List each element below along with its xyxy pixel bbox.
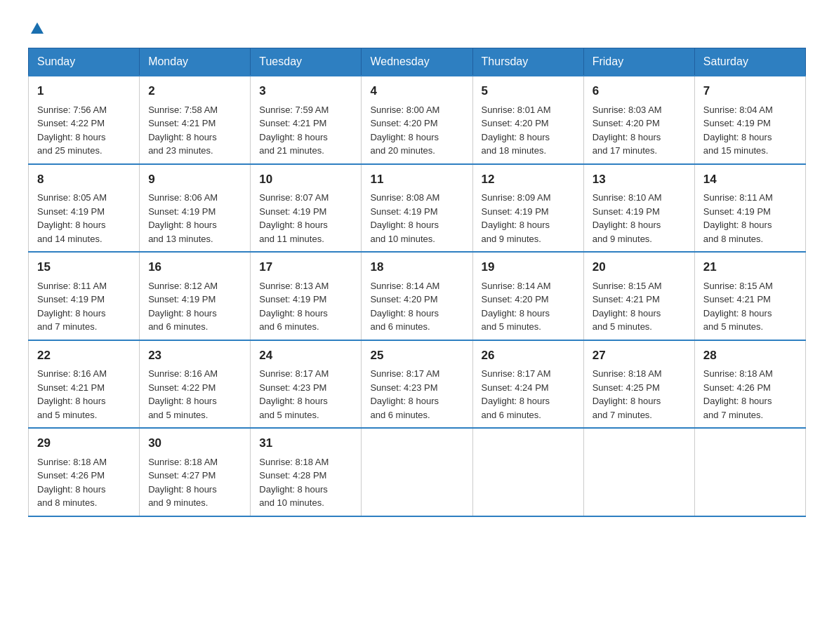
sunset-label: Sunset: 4:21 PM [703,294,771,304]
sunset-label: Sunset: 4:19 PM [259,206,326,217]
calendar-cell: 10Sunrise: 8:07 AMSunset: 4:19 PMDayligh… [251,164,362,253]
sunrise-label: Sunrise: 7:56 AM [37,105,107,115]
day-number: 27 [593,347,686,365]
week-row-3: 15Sunrise: 8:11 AMSunset: 4:19 PMDayligh… [29,252,806,340]
sunrise-label: Sunrise: 8:00 AM [370,105,439,115]
sunset-label: Sunset: 4:19 PM [370,206,437,217]
daylight-label: Daylight: 8 hoursand 6 minutes. [482,396,550,420]
sunrise-label: Sunrise: 8:12 AM [148,281,218,291]
col-monday: Monday [140,48,251,76]
sunrise-label: Sunrise: 8:01 AM [482,105,551,115]
sunrise-label: Sunrise: 8:15 AM [593,281,662,291]
sunset-label: Sunset: 4:22 PM [148,382,216,393]
week-row-5: 29Sunrise: 8:18 AMSunset: 4:26 PMDayligh… [29,428,806,516]
sunset-label: Sunset: 4:19 PM [259,294,326,304]
calendar-cell: 16Sunrise: 8:12 AMSunset: 4:19 PMDayligh… [140,252,251,340]
calendar-cell: 30Sunrise: 8:18 AMSunset: 4:27 PMDayligh… [140,428,251,516]
calendar-cell: 21Sunrise: 8:15 AMSunset: 4:21 PMDayligh… [694,252,805,340]
col-wednesday: Wednesday [362,48,472,76]
sunrise-label: Sunrise: 8:17 AM [482,368,551,379]
calendar-cell [583,428,694,516]
sunrise-label: Sunrise: 8:16 AM [148,368,218,379]
sunset-label: Sunset: 4:20 PM [593,118,660,128]
day-number: 4 [370,82,463,100]
calendar-cell: 31Sunrise: 8:18 AMSunset: 4:28 PMDayligh… [251,428,362,516]
daylight-label: Daylight: 8 hoursand 5 minutes. [148,396,217,420]
sunrise-label: Sunrise: 8:14 AM [370,281,439,291]
calendar-cell: 15Sunrise: 8:11 AMSunset: 4:19 PMDayligh… [29,252,140,340]
calendar-cell: 14Sunrise: 8:11 AMSunset: 4:19 PMDayligh… [694,164,805,253]
page-header [28,21,806,34]
daylight-label: Daylight: 8 hoursand 7 minutes. [703,396,772,420]
calendar-cell: 24Sunrise: 8:17 AMSunset: 4:23 PMDayligh… [251,340,362,429]
calendar-cell: 5Sunrise: 8:01 AMSunset: 4:20 PMDaylight… [472,76,583,164]
sunrise-label: Sunrise: 8:07 AM [259,192,329,203]
calendar-cell: 18Sunrise: 8:14 AMSunset: 4:20 PMDayligh… [362,252,472,340]
sunset-label: Sunset: 4:19 PM [482,206,549,217]
day-number: 24 [259,347,352,365]
day-number: 19 [482,258,575,276]
sunrise-label: Sunrise: 8:18 AM [259,457,329,467]
sunset-label: Sunset: 4:26 PM [37,470,105,481]
day-number: 21 [703,258,797,276]
daylight-label: Daylight: 8 hoursand 8 minutes. [703,220,772,244]
daylight-label: Daylight: 8 hoursand 14 minutes. [37,220,106,244]
week-row-2: 8Sunrise: 8:05 AMSunset: 4:19 PMDaylight… [29,164,806,253]
sunset-label: Sunset: 4:24 PM [482,382,549,393]
sunrise-label: Sunrise: 8:16 AM [37,368,107,379]
calendar-cell: 29Sunrise: 8:18 AMSunset: 4:26 PMDayligh… [29,428,140,516]
sunset-label: Sunset: 4:19 PM [703,206,771,217]
week-row-1: 1Sunrise: 7:56 AMSunset: 4:22 PMDaylight… [29,76,806,164]
sunrise-label: Sunrise: 8:08 AM [370,192,439,203]
sunset-label: Sunset: 4:19 PM [148,206,216,217]
calendar-cell: 2Sunrise: 7:58 AMSunset: 4:21 PMDaylight… [140,76,251,164]
day-number: 9 [148,170,241,189]
day-number: 11 [370,170,463,189]
sunset-label: Sunset: 4:21 PM [593,294,660,304]
calendar-cell: 1Sunrise: 7:56 AMSunset: 4:22 PMDaylight… [29,76,140,164]
day-number: 31 [259,434,352,452]
day-number: 30 [148,434,241,452]
calendar-cell [694,428,805,516]
daylight-label: Daylight: 8 hoursand 9 minutes. [148,484,217,509]
day-number: 26 [482,347,575,365]
sunset-label: Sunset: 4:21 PM [148,118,216,128]
sunset-label: Sunset: 4:25 PM [593,382,660,393]
day-number: 3 [259,82,352,100]
day-number: 7 [703,82,797,100]
daylight-label: Daylight: 8 hoursand 6 minutes. [370,308,439,333]
calendar-cell [362,428,472,516]
week-row-4: 22Sunrise: 8:16 AMSunset: 4:21 PMDayligh… [29,340,806,429]
daylight-label: Daylight: 8 hoursand 23 minutes. [148,132,217,156]
sunrise-label: Sunrise: 8:17 AM [259,368,329,379]
daylight-label: Daylight: 8 hoursand 21 minutes. [259,132,328,156]
sunrise-label: Sunrise: 8:09 AM [482,192,551,203]
day-number: 8 [37,170,131,189]
day-number: 12 [482,170,575,189]
calendar-cell: 25Sunrise: 8:17 AMSunset: 4:23 PMDayligh… [362,340,472,429]
sunrise-label: Sunrise: 8:06 AM [148,192,218,203]
sunrise-label: Sunrise: 8:11 AM [703,192,773,203]
daylight-label: Daylight: 8 hoursand 18 minutes. [482,132,550,156]
sunrise-label: Sunrise: 8:10 AM [593,192,662,203]
calendar-cell: 6Sunrise: 8:03 AMSunset: 4:20 PMDaylight… [583,76,694,164]
daylight-label: Daylight: 8 hoursand 7 minutes. [37,308,106,333]
sunset-label: Sunset: 4:19 PM [593,206,660,217]
sunset-label: Sunset: 4:21 PM [259,118,326,128]
calendar-cell: 11Sunrise: 8:08 AMSunset: 4:19 PMDayligh… [362,164,472,253]
sunset-label: Sunset: 4:20 PM [370,118,437,128]
sunrise-label: Sunrise: 8:04 AM [703,105,773,115]
day-number: 18 [370,258,463,276]
day-number: 28 [703,347,797,365]
sunset-label: Sunset: 4:19 PM [148,294,216,304]
day-number: 2 [148,82,241,100]
sunset-label: Sunset: 4:27 PM [148,470,216,481]
calendar-cell: 22Sunrise: 8:16 AMSunset: 4:21 PMDayligh… [29,340,140,429]
sunset-label: Sunset: 4:19 PM [703,118,771,128]
sunrise-label: Sunrise: 8:03 AM [593,105,662,115]
sunrise-label: Sunrise: 8:18 AM [37,457,107,467]
daylight-label: Daylight: 8 hoursand 20 minutes. [370,132,439,156]
sunset-label: Sunset: 4:26 PM [703,382,771,393]
sunset-label: Sunset: 4:21 PM [37,382,105,393]
sunrise-label: Sunrise: 8:18 AM [703,368,773,379]
